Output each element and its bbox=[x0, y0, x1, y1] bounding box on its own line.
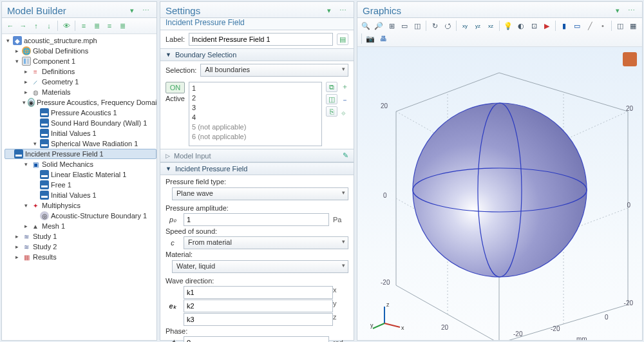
sel-dom-icon[interactable]: ▮ bbox=[558, 20, 570, 32]
play-icon[interactable]: ▶ bbox=[541, 20, 553, 32]
sel-edge-icon[interactable]: ╱ bbox=[584, 20, 596, 32]
zoom-extents-icon[interactable]: ⊞ bbox=[386, 20, 397, 32]
tree-materials[interactable]: ▸◍Materials bbox=[5, 87, 156, 97]
model-builder-panel: Model Builder ▾⋯ ← → ↑ ↓ 👁 ≡ ≣ ≡ ≣ ▾◆aco… bbox=[1, 1, 157, 341]
tree-phys-b1[interactable]: ▬Linear Elastic Material 1 bbox=[5, 169, 156, 180]
tree-phys-a4a-selected[interactable]: ▬Incident Pressure Field 1 bbox=[5, 149, 156, 159]
rename-node-icon[interactable]: ▤ bbox=[337, 33, 348, 45]
boundary-item: 1 bbox=[192, 84, 319, 93]
nav-down-icon[interactable]: ↓ bbox=[43, 20, 55, 32]
tree-phys-a1[interactable]: ▬Pressure Acoustics 1 bbox=[5, 108, 156, 118]
zoom-out-icon[interactable]: 🔎 bbox=[373, 20, 384, 32]
wireframe-icon[interactable]: ⊡ bbox=[528, 20, 540, 32]
mesh-view-icon[interactable]: ▦ bbox=[627, 20, 639, 32]
tree-component[interactable]: ▾Component 1 bbox=[5, 56, 156, 66]
settings-opts-icon[interactable]: ⋯ bbox=[337, 5, 348, 16]
tree-definitions[interactable]: ▸≡Definitions bbox=[5, 66, 156, 77]
pressure-field-type-select[interactable]: Plane wave bbox=[172, 187, 348, 200]
settings-panel: Settings ▾⋯ Incident Pressure Field Labe… bbox=[160, 1, 354, 341]
tree-btn-b-icon[interactable]: ≣ bbox=[91, 20, 102, 32]
axes-triad-icon: z x y bbox=[370, 301, 409, 334]
boundary-item: 4 bbox=[192, 113, 319, 122]
tree-multi-1[interactable]: ◎Acoustic-Structure Boundary 1 bbox=[5, 211, 156, 221]
tree-btn-c-icon[interactable]: ≡ bbox=[104, 20, 115, 32]
tree-multiphysics[interactable]: ▾✦Multiphysics bbox=[5, 200, 156, 211]
tree-phys-a4[interactable]: ▾▬Spherical Wave Radiation 1 bbox=[5, 138, 156, 149]
list-btn-a-icon[interactable]: ⧉ bbox=[326, 82, 337, 92]
list-btn-c-icon[interactable]: ⎘ bbox=[326, 106, 337, 117]
settings-minimize-icon[interactable]: ▾ bbox=[323, 5, 335, 16]
view-xy-icon[interactable]: xy bbox=[459, 20, 471, 32]
list-btn-b-icon[interactable]: ◫ bbox=[326, 94, 337, 104]
boundary-item: 3 bbox=[192, 103, 319, 113]
view-yz-icon[interactable]: yz bbox=[472, 20, 484, 32]
k2-input[interactable] bbox=[184, 299, 333, 312]
tree-mesh[interactable]: ▸▲Mesh 1 bbox=[5, 221, 156, 231]
label-label: Label: bbox=[166, 35, 185, 43]
tree-geometry[interactable]: ▸⟋Geometry 1 bbox=[5, 77, 156, 87]
rotate-icon[interactable]: ↻ bbox=[429, 20, 440, 32]
tree-global-defs[interactable]: ▸🌐Global Definitions bbox=[5, 46, 156, 56]
material-select[interactable]: Water, liquid bbox=[172, 260, 348, 273]
k1-input[interactable] bbox=[184, 286, 333, 299]
camera-icon[interactable]: 📷 bbox=[365, 33, 376, 44]
nav-back-icon[interactable]: ← bbox=[5, 20, 16, 32]
label-input[interactable] bbox=[189, 33, 333, 46]
tree-btn-d-icon[interactable]: ≣ bbox=[117, 20, 128, 32]
phase-input[interactable] bbox=[184, 336, 329, 342]
material-label: Material: bbox=[166, 251, 348, 258]
section-model-input[interactable]: ▷Model Input✎ bbox=[160, 149, 354, 162]
graphics-canvas[interactable]: 20 0 -20 20 0 -20 20 -20 -20 0 mm mm z x… bbox=[357, 47, 642, 340]
tree-phys-b3[interactable]: ▬Initial Values 1 bbox=[5, 190, 156, 200]
tree-study2[interactable]: ▸≋Study 2 bbox=[5, 242, 156, 252]
graphics-opts-icon[interactable]: ⋯ bbox=[625, 5, 637, 16]
boundary-list[interactable]: 1 2 3 4 5 (not applicable) 6 (not applic… bbox=[189, 82, 322, 146]
tree-phys-b2[interactable]: ▬Free 1 bbox=[5, 180, 156, 190]
view-xz-icon[interactable]: xz bbox=[485, 20, 497, 32]
pressure-amplitude-label: Pressure amplitude: bbox=[166, 204, 348, 212]
nav-fwd-icon[interactable]: → bbox=[17, 20, 29, 32]
panel-minimize-icon[interactable]: ▾ bbox=[126, 5, 138, 16]
settings-title: Settings bbox=[166, 5, 200, 16]
active-toggle[interactable]: ON bbox=[166, 82, 185, 93]
tree-phys-a[interactable]: ▾◉Pressure Acoustics, Frequency Domain bbox=[5, 97, 156, 108]
panel-opts-icon[interactable]: ⋯ bbox=[140, 5, 151, 16]
default-view-icon[interactable]: ⭯ bbox=[442, 20, 453, 32]
boundary-item: 2 bbox=[192, 93, 319, 103]
active-label: Active bbox=[166, 95, 185, 102]
selection-opts-icon[interactable]: ⟐ bbox=[341, 109, 348, 117]
tick-y: -20 bbox=[551, 325, 560, 332]
section-boundary-selection[interactable]: ▼Boundary Selection bbox=[160, 48, 354, 61]
tree-phys-b[interactable]: ▾▣Solid Mechanics bbox=[5, 159, 156, 169]
k3-input[interactable] bbox=[184, 313, 333, 326]
pressure-amplitude-input[interactable] bbox=[184, 213, 329, 226]
graphics-minimize-icon[interactable]: ▾ bbox=[612, 5, 623, 16]
show-icon[interactable]: 👁 bbox=[61, 20, 72, 32]
transparency-icon[interactable]: ◐ bbox=[515, 20, 527, 32]
tick-z2: 0 bbox=[627, 202, 630, 209]
tree-phys-a2[interactable]: ▬Sound Hard Boundary (Wall) 1 bbox=[5, 118, 156, 128]
add-to-selection-icon[interactable]: ＋ bbox=[341, 82, 348, 91]
model-tree[interactable]: ▾◆acoustic_structure.mph ▸🌐Global Defini… bbox=[2, 34, 156, 340]
zoom-in-icon[interactable]: 🔍 bbox=[360, 20, 372, 32]
tree-btn-a-icon[interactable]: ≡ bbox=[78, 20, 90, 32]
zoom-sel-icon[interactable]: ◫ bbox=[412, 20, 423, 32]
remove-from-selection-icon[interactable]: － bbox=[341, 95, 348, 105]
tree-root[interactable]: ▾◆acoustic_structure.mph bbox=[5, 35, 156, 46]
selection-dropdown[interactable]: All boundaries bbox=[200, 64, 348, 77]
section-incident-pressure-field[interactable]: ▼Incident Pressure Field bbox=[160, 162, 354, 175]
hide-icon[interactable]: ◫ bbox=[614, 20, 626, 32]
tree-study1[interactable]: ▸≋Study 1 bbox=[5, 231, 156, 242]
sel-bnd-icon[interactable]: ▭ bbox=[571, 20, 583, 32]
sel-pnt-icon[interactable]: • bbox=[597, 20, 609, 32]
zoom-box-icon[interactable]: ▭ bbox=[399, 20, 410, 32]
tick-x: -20 bbox=[513, 330, 522, 337]
light-icon[interactable]: 💡 bbox=[502, 20, 514, 32]
graphics-toolbar: 🔍 🔎 ⊞ ▭ ◫ ↻ ⭯ xy yz xz 💡 ◐ ⊡ ▶ ▮ ▭ ╱ • ◫… bbox=[357, 18, 642, 47]
tree-results[interactable]: ▸▦Results bbox=[5, 252, 156, 262]
tree-phys-a3[interactable]: ▬Initial Values 1 bbox=[5, 128, 156, 138]
nav-up-icon[interactable]: ↑ bbox=[30, 20, 42, 32]
speed-of-sound-select[interactable]: From material bbox=[184, 236, 348, 249]
p0-unit: Pa bbox=[333, 216, 348, 223]
print-icon[interactable]: 🖶 bbox=[377, 33, 389, 44]
